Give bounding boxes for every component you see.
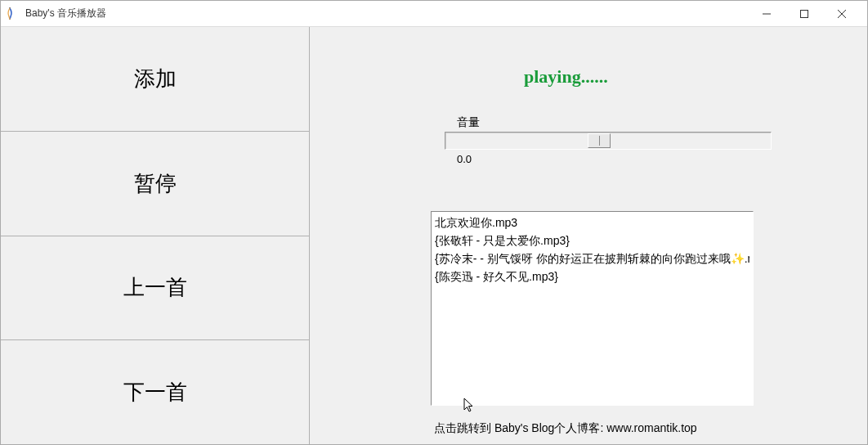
playlist-listbox[interactable]: 北京欢迎你.mp3 {张敬轩 - 只是太爱你.mp3} {苏冷末- - 别气馁呀…	[431, 211, 754, 406]
list-item[interactable]: 北京欢迎你.mp3	[435, 214, 749, 231]
app-window: Baby's 音乐播放器 添加 暂停 上一首 下一首 playing......…	[0, 0, 868, 445]
volume-value: 0.0	[457, 153, 472, 165]
content-area: 添加 暂停 上一首 下一首 playing...... 音量 0.0 北京欢迎你…	[1, 27, 867, 444]
list-item[interactable]: {陈奕迅 - 好久不见.mp3}	[435, 267, 749, 285]
right-panel: playing...... 音量 0.0 北京欢迎你.mp3 {张敬轩 - 只是…	[310, 27, 867, 444]
app-icon	[7, 7, 20, 20]
list-item[interactable]: {苏冷末- - 别气馁呀 你的好运正在披荆斩棘的向你跑过来哦✨.m|	[435, 249, 749, 267]
window-title: Baby's 音乐播放器	[25, 7, 748, 20]
prev-button[interactable]: 上一首	[1, 236, 309, 341]
volume-slider[interactable]	[445, 132, 772, 150]
maximize-button[interactable]	[785, 2, 823, 26]
list-item[interactable]: {张敬轩 - 只是太爱你.mp3}	[435, 231, 749, 249]
volume-slider-track	[445, 132, 772, 150]
pause-button[interactable]: 暂停	[1, 132, 309, 236]
add-button[interactable]: 添加	[1, 27, 309, 132]
minimize-button[interactable]	[748, 2, 785, 26]
close-button[interactable]	[823, 2, 861, 26]
titlebar: Baby's 音乐播放器	[1, 1, 867, 27]
next-button[interactable]: 下一首	[1, 340, 309, 444]
window-controls	[748, 2, 861, 26]
svg-rect-1	[801, 10, 808, 17]
volume-label: 音量	[457, 115, 480, 130]
playing-status: playing......	[524, 66, 608, 88]
volume-slider-thumb[interactable]	[588, 133, 611, 148]
left-button-panel: 添加 暂停 上一首 下一首	[1, 27, 310, 444]
blog-link-label[interactable]: 点击跳转到 Baby's Blog个人博客: www.romantik.top	[434, 421, 697, 436]
